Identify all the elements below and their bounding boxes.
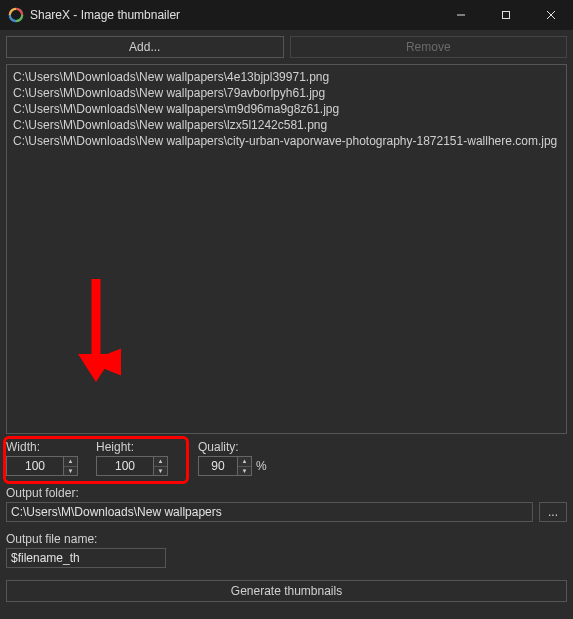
- maximize-button[interactable]: [483, 0, 528, 30]
- output-folder-input[interactable]: [6, 502, 533, 522]
- width-down-button[interactable]: ▼: [64, 467, 77, 476]
- quality-down-button[interactable]: ▼: [238, 467, 251, 476]
- generate-button[interactable]: Generate thumbnails: [6, 580, 567, 602]
- quality-spinner[interactable]: ▲ ▼: [198, 456, 252, 476]
- width-up-button[interactable]: ▲: [64, 457, 77, 467]
- list-item[interactable]: C:\Users\M\Downloads\New wallpapers\4e13…: [13, 69, 560, 85]
- list-item[interactable]: C:\Users\M\Downloads\New wallpapers\m9d9…: [13, 101, 560, 117]
- window-title: ShareX - Image thumbnailer: [30, 8, 438, 22]
- list-item[interactable]: C:\Users\M\Downloads\New wallpapers\lzx5…: [13, 117, 560, 133]
- height-down-button[interactable]: ▼: [154, 467, 167, 476]
- file-list[interactable]: C:\Users\M\Downloads\New wallpapers\4e13…: [6, 64, 567, 434]
- titlebar: ShareX - Image thumbnailer: [0, 0, 573, 30]
- percent-label: %: [256, 459, 267, 473]
- svg-rect-2: [502, 12, 509, 19]
- width-input[interactable]: [6, 456, 64, 476]
- quality-label: Quality:: [198, 440, 267, 454]
- width-label: Width:: [6, 440, 78, 454]
- browse-button[interactable]: ...: [539, 502, 567, 522]
- sharex-icon: [8, 7, 24, 23]
- remove-button[interactable]: Remove: [290, 36, 568, 58]
- height-spinner[interactable]: ▲ ▼: [96, 456, 168, 476]
- minimize-button[interactable]: [438, 0, 483, 30]
- list-item[interactable]: C:\Users\M\Downloads\New wallpapers\79av…: [13, 85, 560, 101]
- height-input[interactable]: [96, 456, 154, 476]
- output-filename-label: Output file name:: [6, 532, 567, 546]
- height-label: Height:: [96, 440, 168, 454]
- list-item[interactable]: C:\Users\M\Downloads\New wallpapers\city…: [13, 133, 560, 149]
- quality-input[interactable]: [198, 456, 238, 476]
- height-up-button[interactable]: ▲: [154, 457, 167, 467]
- output-folder-label: Output folder:: [6, 486, 567, 500]
- output-filename-input[interactable]: [6, 548, 166, 568]
- width-spinner[interactable]: ▲ ▼: [6, 456, 78, 476]
- close-button[interactable]: [528, 0, 573, 30]
- add-button[interactable]: Add...: [6, 36, 284, 58]
- quality-up-button[interactable]: ▲: [238, 457, 251, 467]
- window-controls: [438, 0, 573, 30]
